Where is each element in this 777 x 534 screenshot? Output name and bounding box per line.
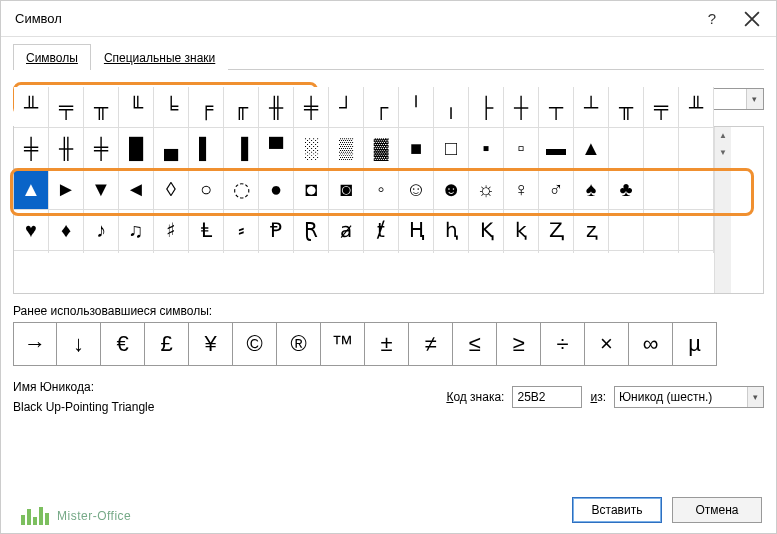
recent-cell[interactable]: ≥	[497, 322, 541, 366]
symbol-grid[interactable]: ╨╤╥╙╘╒╓╫╪┘┌╵╷├┼┬┴╥╤╨╪╫╪█▄▌▐▀░▒▓■□▪▫▬▲▲►▼…	[14, 87, 714, 253]
close-button[interactable]	[732, 3, 772, 35]
recent-cell[interactable]: ±	[365, 322, 409, 366]
symbol-cell[interactable]: ◊	[154, 169, 189, 210]
symbol-cell[interactable]: ╙	[119, 87, 154, 128]
symbol-cell[interactable]: ╵	[399, 87, 434, 128]
help-button[interactable]: ?	[692, 3, 732, 35]
symbol-cell[interactable]: ▲	[14, 169, 49, 210]
recent-cell[interactable]: →	[13, 322, 57, 366]
symbol-cell[interactable]: ♂	[539, 169, 574, 210]
symbol-cell[interactable]: ☼	[469, 169, 504, 210]
recent-cell[interactable]: ↓	[57, 322, 101, 366]
from-input[interactable]	[615, 387, 747, 407]
recent-cell[interactable]: ≤	[453, 322, 497, 366]
recent-cell[interactable]: µ	[673, 322, 717, 366]
symbol-cell[interactable]: ╨	[14, 87, 49, 128]
symbol-cell[interactable]: ╤	[644, 87, 679, 128]
symbol-cell[interactable]: ♯	[154, 210, 189, 251]
tab-special-chars[interactable]: Специальные знаки	[91, 44, 228, 70]
symbol-cell[interactable]: ⱹ	[364, 251, 399, 253]
symbol-cell[interactable]: Ⱶ	[224, 251, 259, 253]
symbol-cell[interactable]: ♦	[49, 210, 84, 251]
symbol-cell[interactable]: ♥	[14, 210, 49, 251]
symbol-cell[interactable]: ⱼ	[469, 251, 504, 253]
symbol-cell[interactable]	[644, 128, 679, 169]
symbol-cell[interactable]	[644, 251, 679, 253]
symbol-cell[interactable]: ◦	[364, 169, 399, 210]
recent-cell[interactable]: ¥	[189, 322, 233, 366]
symbol-cell[interactable]	[679, 251, 714, 253]
symbol-cell[interactable]: ╒	[189, 87, 224, 128]
symbol-cell[interactable]: Ɽ	[294, 210, 329, 251]
symbol-cell[interactable]: ⱦ	[364, 210, 399, 251]
recent-cell[interactable]: ©	[233, 322, 277, 366]
symbol-cell[interactable]: ⱳ	[154, 251, 189, 253]
symbol-cell[interactable]	[644, 210, 679, 251]
symbol-cell[interactable]	[679, 128, 714, 169]
scroll-down-icon[interactable]: ▼	[715, 144, 731, 161]
symbol-cell[interactable]	[609, 128, 644, 169]
recent-cell[interactable]: €	[101, 322, 145, 366]
symbol-cell[interactable]: ▬	[539, 128, 574, 169]
symbol-cell[interactable]: ◙	[329, 169, 364, 210]
scrollbar[interactable]: ▲ ▼	[714, 127, 731, 293]
symbol-cell[interactable]: ╨	[679, 87, 714, 128]
symbol-cell[interactable]	[679, 210, 714, 251]
symbol-cell[interactable]: ◌	[224, 169, 259, 210]
symbol-cell[interactable]: ╪	[84, 128, 119, 169]
symbol-cell[interactable]: ┬	[539, 87, 574, 128]
symbol-cell[interactable]: ■	[399, 128, 434, 169]
recent-cell[interactable]: ÷	[541, 322, 585, 366]
symbol-cell[interactable]: Ⱨ	[399, 210, 434, 251]
symbol-cell[interactable]: ╫	[49, 128, 84, 169]
cancel-button[interactable]: Отмена	[672, 497, 762, 523]
symbol-cell[interactable]: ⱥ	[329, 210, 364, 251]
symbol-cell[interactable]: Ȿ	[539, 251, 574, 253]
symbol-cell[interactable]: ┘	[329, 87, 364, 128]
symbol-cell[interactable]: ░	[294, 128, 329, 169]
symbol-cell[interactable]: ⱷ	[294, 251, 329, 253]
insert-button[interactable]: Вставить	[572, 497, 662, 523]
recent-cell[interactable]: ™	[321, 322, 365, 366]
symbol-cell[interactable]: ┼	[504, 87, 539, 128]
symbol-cell[interactable]: ╤	[49, 87, 84, 128]
symbol-cell[interactable]: □	[434, 128, 469, 169]
symbol-cell[interactable]: ♣	[609, 169, 644, 210]
symbol-cell[interactable]: ⱴ	[189, 251, 224, 253]
symbol-cell[interactable]	[609, 251, 644, 253]
symbol-cell[interactable]: ▫	[504, 128, 539, 169]
symbol-cell[interactable]: ╓	[224, 87, 259, 128]
symbol-cell[interactable]: ◄	[119, 169, 154, 210]
symbol-cell[interactable]: ⱶ	[259, 251, 294, 253]
symbol-cell[interactable]: Ɑ	[14, 251, 49, 253]
symbol-cell[interactable]: ▪	[469, 128, 504, 169]
symbol-cell[interactable]: ♪	[84, 210, 119, 251]
symbol-cell[interactable]: ○	[189, 169, 224, 210]
symbol-cell[interactable]: ╥	[609, 87, 644, 128]
symbol-cell[interactable]: ╥	[84, 87, 119, 128]
tab-symbols[interactable]: Символы	[13, 44, 91, 70]
symbol-cell[interactable]: ▲	[574, 128, 609, 169]
symbol-cell[interactable]: Ⱪ	[469, 210, 504, 251]
symbol-cell[interactable]: ▀	[259, 128, 294, 169]
chevron-down-icon[interactable]: ▾	[746, 89, 763, 109]
symbol-cell[interactable]: Ᵽ	[259, 210, 294, 251]
symbol-cell[interactable]: ▄	[154, 128, 189, 169]
recent-cell[interactable]: £	[145, 322, 189, 366]
symbol-cell[interactable]: ╫	[259, 87, 294, 128]
symbol-cell[interactable]	[679, 169, 714, 210]
symbol-cell[interactable]: ●	[259, 169, 294, 210]
recent-cell[interactable]: ®	[277, 322, 321, 366]
symbol-cell[interactable]: ⱬ	[574, 210, 609, 251]
symbol-cell[interactable]: ╪	[294, 87, 329, 128]
symbol-cell[interactable]: █	[119, 128, 154, 169]
symbol-cell[interactable]: ╷	[434, 87, 469, 128]
symbol-cell[interactable]: ⸗	[224, 210, 259, 251]
symbol-cell[interactable]: Ⱬ	[539, 210, 574, 251]
symbol-cell[interactable]: ╪	[14, 128, 49, 169]
symbol-cell[interactable]: Ⱳ	[119, 251, 154, 253]
symbol-cell[interactable]: ▐	[224, 128, 259, 169]
char-code-input[interactable]	[512, 386, 582, 408]
symbol-cell[interactable]: ☻	[434, 169, 469, 210]
recent-grid[interactable]: →↓€£¥©®™±≠≤≥÷×∞µ	[13, 322, 764, 366]
